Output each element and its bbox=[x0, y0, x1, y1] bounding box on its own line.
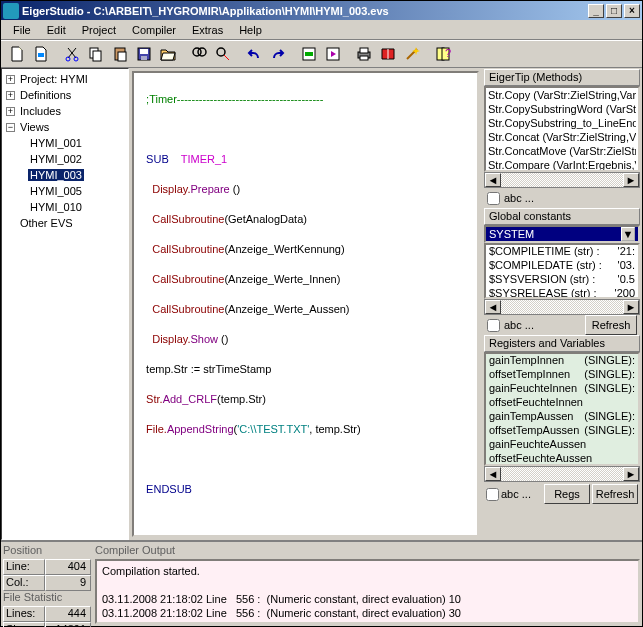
scrollbar-horizontal[interactable]: ◄► bbox=[484, 172, 640, 188]
menu-project[interactable]: Project bbox=[74, 22, 124, 38]
tree-view-item[interactable]: HYMI_005 bbox=[4, 183, 126, 199]
regvar-list[interactable]: gainTempInnen(SINGLE): offsetTempInnen(S… bbox=[484, 352, 640, 466]
window-title: EigerStudio - C:\ARBEIT\_HYGROMIR\Applik… bbox=[22, 5, 588, 17]
minimize-button[interactable]: _ bbox=[588, 4, 604, 18]
tree-view-item[interactable]: HYMI_001 bbox=[4, 135, 126, 151]
svg-text:?: ? bbox=[445, 47, 451, 59]
menu-compiler[interactable]: Compiler bbox=[124, 22, 184, 38]
globalconst-dropdown[interactable]: SYSTEM▼ bbox=[484, 225, 640, 243]
tree-view-item-selected[interactable]: HYMI_003 bbox=[4, 167, 126, 183]
tree-definitions[interactable]: +Definitions bbox=[4, 87, 126, 103]
svg-rect-6 bbox=[118, 52, 126, 61]
app-window: EigerStudio - C:\ARBEIT\_HYGROMIR\Applik… bbox=[0, 0, 643, 627]
compiler-output[interactable]: Compilation started. 03.11.2008 21:18:02… bbox=[95, 559, 640, 624]
tree-views[interactable]: −Views bbox=[4, 119, 126, 135]
globalconst-abc-checkbox[interactable] bbox=[487, 319, 500, 332]
help-icon[interactable]: ? bbox=[431, 43, 454, 65]
svg-rect-16 bbox=[360, 48, 368, 53]
eigertip-list[interactable]: Str.Copy (VarStr:ZielString,VarStr:Q Str… bbox=[484, 86, 640, 172]
svg-point-11 bbox=[198, 48, 206, 56]
position-col: 9 bbox=[45, 575, 91, 591]
menubar: File Edit Project Compiler Extras Help bbox=[1, 20, 642, 40]
paste-icon[interactable] bbox=[108, 43, 131, 65]
print-icon[interactable] bbox=[352, 43, 375, 65]
scrollbar-horizontal[interactable]: ◄► bbox=[484, 466, 640, 482]
eigertip-item[interactable]: Str.ConcatMove (VarStr:ZielString, bbox=[488, 145, 636, 159]
tree-includes[interactable]: +Includes bbox=[4, 103, 126, 119]
toolbar: ? bbox=[1, 40, 642, 68]
eigertip-item[interactable]: Str.CopySubstringWord (VarStr:Zie bbox=[488, 103, 636, 117]
eigertip-item[interactable]: Str.Compare (VarInt:Ergebnis,VarS bbox=[488, 159, 636, 172]
undo-icon[interactable] bbox=[242, 43, 265, 65]
abc-label: abc ... bbox=[504, 192, 534, 204]
eigertip-header: EigerTip (Methods) bbox=[484, 69, 640, 86]
find-icon[interactable] bbox=[187, 43, 210, 65]
cut-icon[interactable] bbox=[60, 43, 83, 65]
compile-icon[interactable] bbox=[297, 43, 320, 65]
menu-extras[interactable]: Extras bbox=[184, 22, 231, 38]
menu-help[interactable]: Help bbox=[231, 22, 270, 38]
project-tree[interactable]: +Project: HYMI +Definitions +Includes −V… bbox=[1, 68, 129, 540]
copy-icon[interactable] bbox=[84, 43, 107, 65]
tree-view-item[interactable]: HYMI_002 bbox=[4, 151, 126, 167]
eigertip-item[interactable]: Str.Concat (VarStr:ZielString,VarSt bbox=[488, 131, 636, 145]
regvar-refresh-button[interactable]: Refresh bbox=[592, 484, 638, 504]
titlebar: EigerStudio - C:\ARBEIT\_HYGROMIR\Applik… bbox=[1, 1, 642, 20]
eigertip-item[interactable]: Str.Copy (VarStr:ZielString,VarStr:Q bbox=[488, 89, 636, 103]
globalconst-list[interactable]: $COMPILETIME (str) :'21: $COMPILEDATE (s… bbox=[484, 243, 640, 299]
svg-rect-8 bbox=[140, 49, 148, 54]
redo-icon[interactable] bbox=[266, 43, 289, 65]
code-editor[interactable]: ;Timer----------------------------------… bbox=[132, 71, 479, 537]
svg-rect-17 bbox=[360, 56, 368, 60]
filestat-size: 14891 bbox=[45, 622, 91, 627]
position-line: 404 bbox=[45, 559, 91, 575]
globalconst-header: Global constants bbox=[484, 208, 640, 225]
new-file-icon[interactable] bbox=[5, 43, 28, 65]
open-icon[interactable] bbox=[156, 43, 179, 65]
svg-rect-4 bbox=[93, 51, 101, 61]
eigertip-abc-checkbox[interactable] bbox=[487, 192, 500, 205]
maximize-button[interactable]: □ bbox=[606, 4, 622, 18]
compiler-output-header: Compiler Output bbox=[95, 544, 640, 559]
globalconst-refresh-button[interactable]: Refresh bbox=[585, 315, 637, 335]
close-button[interactable]: × bbox=[624, 4, 640, 18]
bottom-panel: Position Line:404 Col.:9 File Statistic … bbox=[1, 540, 642, 626]
filestat-header: File Statistic bbox=[3, 591, 91, 606]
svg-rect-9 bbox=[141, 56, 147, 60]
regs-button[interactable]: Regs bbox=[544, 484, 590, 504]
svg-rect-0 bbox=[38, 53, 44, 57]
regvar-abc-checkbox[interactable] bbox=[486, 488, 499, 501]
menu-edit[interactable]: Edit bbox=[39, 22, 74, 38]
scrollbar-horizontal[interactable]: ◄► bbox=[484, 299, 640, 315]
svg-point-12 bbox=[217, 48, 225, 56]
position-header: Position bbox=[3, 544, 91, 559]
run-icon[interactable] bbox=[321, 43, 344, 65]
tree-project[interactable]: +Project: HYMI bbox=[4, 71, 126, 87]
regvar-header: Registers and Variables bbox=[484, 335, 640, 352]
filestat-lines: 444 bbox=[45, 606, 91, 622]
tree-view-item[interactable]: HYMI_010 bbox=[4, 199, 126, 215]
new-project-icon[interactable] bbox=[29, 43, 52, 65]
app-icon bbox=[3, 3, 19, 19]
menu-file[interactable]: File bbox=[5, 22, 39, 38]
replace-icon[interactable] bbox=[211, 43, 234, 65]
wizard-icon[interactable] bbox=[400, 43, 423, 65]
tree-other-evs[interactable]: Other EVS bbox=[4, 215, 126, 231]
save-icon[interactable] bbox=[132, 43, 155, 65]
eigertip-item[interactable]: Str.CopySubstring_to_LineEnd (Va bbox=[488, 117, 636, 131]
book-icon[interactable] bbox=[376, 43, 399, 65]
